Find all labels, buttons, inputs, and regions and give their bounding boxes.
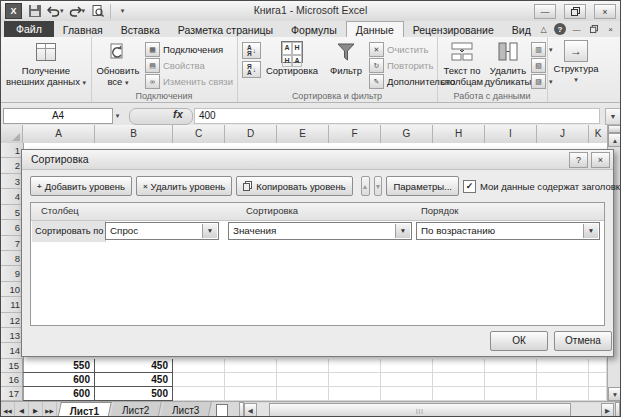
- scroll-up-button[interactable]: ▲: [608, 133, 621, 147]
- sheet-tab-sheet2[interactable]: Лист2: [110, 402, 162, 417]
- column-header[interactable]: K: [589, 125, 607, 143]
- formula-input[interactable]: 400: [194, 108, 600, 124]
- next-sheet-button[interactable]: ▶: [29, 402, 43, 417]
- sheet-tab-sheet1[interactable]: Лист1: [57, 402, 112, 417]
- order-combobox[interactable]: По возрастанию ▼: [416, 222, 600, 240]
- hscroll-right-button[interactable]: ▶: [601, 403, 614, 417]
- column-header[interactable]: B: [95, 125, 173, 143]
- sort-ascending-button[interactable]: АЯ ↓: [242, 42, 261, 59]
- edit-links-button[interactable]: ∞ Изменить связи: [145, 74, 233, 89]
- cell-B17[interactable]: 500: [95, 387, 173, 401]
- row-header[interactable]: 11: [1, 297, 23, 312]
- tab-insert[interactable]: Вставка: [112, 22, 169, 37]
- remove-duplicates-button[interactable]: Удалить дубликаты: [485, 40, 531, 87]
- tab-page-layout[interactable]: Разметка страницы: [169, 22, 282, 37]
- tab-review[interactable]: Рецензирование: [404, 22, 503, 37]
- split-handle[interactable]: [608, 125, 621, 133]
- column-combobox[interactable]: Спрос ▼: [105, 222, 219, 240]
- row-header[interactable]: 1: [1, 143, 23, 158]
- sheet-tab-sheet3[interactable]: Лист3: [161, 402, 213, 417]
- column-header[interactable]: G: [381, 125, 433, 143]
- options-button[interactable]: Параметры...: [386, 176, 459, 196]
- minimize-button[interactable]: —: [534, 4, 556, 19]
- connections-button[interactable]: ▦ Подключения: [145, 42, 223, 57]
- column-header[interactable]: H: [433, 125, 485, 143]
- cell-A17[interactable]: 600: [23, 387, 95, 401]
- refresh-all-button[interactable]: Обновить все ▾: [94, 40, 142, 88]
- combobox-dropdown-icon[interactable]: ▼: [583, 224, 598, 238]
- ok-button[interactable]: ОК: [490, 331, 548, 351]
- tab-formulas[interactable]: Формулы: [282, 22, 346, 37]
- tab-home[interactable]: Главная: [54, 22, 112, 37]
- row-header[interactable]: 2: [1, 158, 23, 173]
- hscroll-left-button[interactable]: ◀: [244, 403, 257, 417]
- insert-sheet-button[interactable]: [211, 402, 233, 417]
- move-level-up-button[interactable]: ▲: [361, 176, 370, 196]
- column-header[interactable]: J: [537, 125, 589, 143]
- dialog-close-button[interactable]: ×: [591, 152, 610, 168]
- cell-B16[interactable]: 450: [95, 373, 173, 387]
- cell-B15[interactable]: 450: [95, 359, 173, 373]
- row-header[interactable]: 8: [1, 251, 23, 266]
- cell-A16[interactable]: 600: [23, 373, 95, 387]
- dialog-help-button[interactable]: ?: [569, 152, 588, 168]
- name-box[interactable]: A4: [3, 108, 113, 124]
- text-to-columns-button[interactable]: Текст по столбцам: [439, 40, 485, 87]
- row-header[interactable]: 13: [1, 328, 23, 343]
- move-level-down-button[interactable]: ▼: [374, 176, 383, 196]
- first-sheet-button[interactable]: ◀◀: [1, 402, 15, 417]
- expand-formula-bar-button[interactable]: ▼: [605, 108, 621, 125]
- select-all-corner[interactable]: [1, 125, 23, 143]
- tab-view[interactable]: Вид: [503, 22, 540, 37]
- help-button[interactable]: ?: [554, 23, 566, 35]
- ribbon-restore-icon[interactable]: [587, 23, 600, 35]
- restore-button[interactable]: [564, 4, 586, 19]
- scroll-down-button[interactable]: ▼: [608, 387, 621, 401]
- prev-sheet-button[interactable]: ◀: [15, 402, 29, 417]
- hscroll-split-handle[interactable]: [615, 402, 620, 417]
- last-sheet-button[interactable]: ▶▶: [43, 402, 57, 417]
- column-header[interactable]: C: [173, 125, 225, 143]
- properties-button[interactable]: ▤ Свойства: [145, 58, 205, 73]
- tab-file[interactable]: Файл: [4, 21, 54, 37]
- sort-on-combobox[interactable]: Значения ▼: [228, 222, 412, 240]
- column-header[interactable]: I: [485, 125, 537, 143]
- row-header[interactable]: 9: [1, 266, 23, 281]
- combobox-dropdown-icon[interactable]: ▼: [395, 224, 410, 238]
- cancel-button[interactable]: Отмена: [554, 331, 612, 351]
- outline-button[interactable]: → Структура ▾: [549, 40, 603, 85]
- column-header[interactable]: A: [23, 125, 95, 143]
- delete-level-button[interactable]: × Удалить уровень: [136, 176, 232, 196]
- copy-level-button[interactable]: Копировать уровень: [236, 176, 352, 196]
- ribbon-close-icon[interactable]: ×: [604, 23, 617, 35]
- column-header[interactable]: F: [329, 125, 381, 143]
- combobox-dropdown-icon[interactable]: ▼: [202, 224, 217, 238]
- sort-dialog-button[interactable]: АННА Сортировка: [263, 40, 321, 77]
- row-header[interactable]: 4: [1, 189, 23, 204]
- insert-function-button[interactable]: fx: [173, 108, 183, 120]
- filter-button[interactable]: Фильтр: [325, 40, 367, 77]
- row-header[interactable]: 7: [1, 236, 23, 251]
- hscroll-thumb[interactable]: |||: [269, 403, 571, 417]
- add-level-button[interactable]: + Добавить уровень: [30, 176, 132, 196]
- horizontal-scrollbar[interactable]: |||: [257, 403, 601, 417]
- reapply-filter-button[interactable]: ↻ Повторить: [369, 58, 433, 73]
- tab-data[interactable]: Данные: [346, 21, 404, 38]
- sort-descending-button[interactable]: ЯА ↓: [242, 61, 261, 78]
- get-external-data-button[interactable]: Получение внешних данных ▾: [5, 40, 87, 88]
- name-box-dropdown-icon[interactable]: ▾: [111, 108, 124, 124]
- cell-A15[interactable]: 550: [23, 359, 95, 373]
- headers-checkbox[interactable]: ✓: [463, 180, 476, 193]
- row-header[interactable]: 16: [1, 373, 23, 387]
- row-header[interactable]: 10: [1, 282, 23, 297]
- consolidate-button[interactable]: ▧: [531, 58, 546, 73]
- column-header[interactable]: D: [225, 125, 277, 143]
- row-header[interactable]: 6: [1, 220, 23, 235]
- column-header[interactable]: E: [277, 125, 329, 143]
- row-header[interactable]: 5: [1, 205, 23, 220]
- row-header[interactable]: 12: [1, 313, 23, 328]
- clear-filter-button[interactable]: ✕ Очистить: [369, 42, 428, 57]
- row-header[interactable]: 17: [1, 387, 23, 401]
- row-header[interactable]: 3: [1, 174, 23, 189]
- row-header[interactable]: 15: [1, 359, 23, 373]
